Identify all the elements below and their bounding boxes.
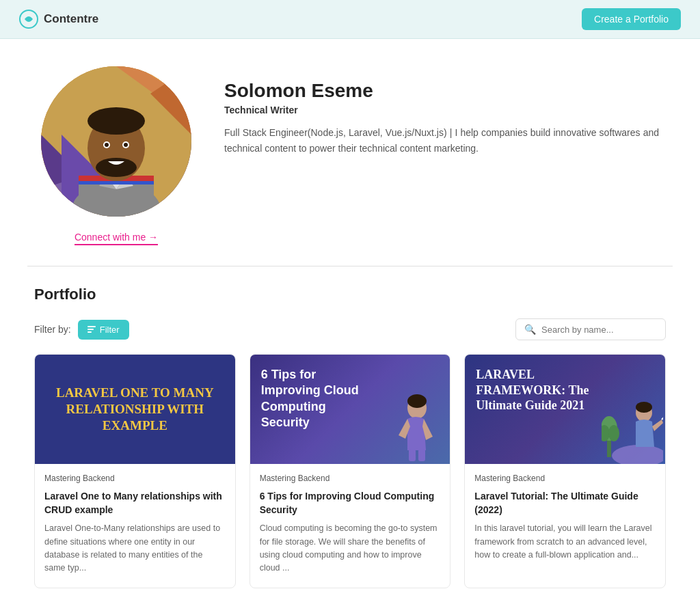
card-3-thumb-text: LARAVEL FRAMEWORK: The Ultimate Guide 20… bbox=[476, 367, 591, 413]
filter-row: Filter by: Filter 🔍 bbox=[34, 318, 666, 340]
svg-point-16 bbox=[88, 107, 145, 135]
card-3-figure bbox=[602, 396, 660, 457]
card-3-title: Laravel Tutorial: The Ultimate Guide (20… bbox=[474, 490, 656, 517]
filter-label: Filter by: bbox=[34, 324, 71, 335]
connect-link[interactable]: Connect with me → bbox=[75, 232, 158, 245]
card-2-figure-svg bbox=[388, 389, 443, 464]
card-2-thumb-text: 6 Tips for Improving Cloud Computing Sec… bbox=[261, 367, 368, 431]
card-1-thumb-text: LARAVEL ONE TO MANY RELATIONSHIP WITH EX… bbox=[43, 385, 227, 433]
card-2-thumbnail: 6 Tips for Improving Cloud Computing Sec… bbox=[250, 355, 450, 464]
card-3-thumbnail: LARAVEL FRAMEWORK: The Ultimate Guide 20… bbox=[465, 355, 665, 464]
svg-line-32 bbox=[662, 415, 663, 420]
svg-point-26 bbox=[612, 445, 663, 464]
card-2-title: 6 Tips for Improving Cloud Computing Sec… bbox=[260, 490, 441, 517]
brand-name: Contentre bbox=[44, 12, 98, 26]
svg-point-33 bbox=[636, 402, 652, 413]
svg-rect-24 bbox=[418, 449, 425, 461]
search-input[interactable] bbox=[541, 325, 657, 335]
card-1[interactable]: LARAVEL ONE TO MANY RELATIONSHIP WITH EX… bbox=[34, 354, 236, 588]
filter-btn-label: Filter bbox=[100, 325, 120, 335]
card-2-body: Mastering Backend 6 Tips for Improving C… bbox=[250, 464, 450, 588]
svg-point-25 bbox=[407, 394, 427, 408]
card-2-excerpt: Cloud computing is becoming the go-to sy… bbox=[260, 522, 441, 575]
brand-icon bbox=[19, 10, 38, 29]
card-3-excerpt: In this laravel tutorial, you will learn… bbox=[474, 522, 656, 562]
profile-section: Connect with me → Solomon Eseme Technica… bbox=[0, 39, 700, 266]
profile-title: Technical Writer bbox=[224, 105, 659, 115]
card-3-body: Mastering Backend Laravel Tutorial: The … bbox=[465, 464, 665, 574]
card-1-excerpt: Laravel One-to-Many relationships are us… bbox=[44, 522, 226, 575]
avatar bbox=[41, 66, 191, 217]
search-box: 🔍 bbox=[515, 318, 666, 340]
svg-point-30 bbox=[608, 425, 619, 441]
profile-bio: Full Stack Engineer(Node.js, Laravel, Vu… bbox=[224, 125, 659, 156]
filter-icon bbox=[88, 326, 96, 333]
svg-rect-14 bbox=[79, 181, 154, 184]
portfolio-section: Portfolio Filter by: Filter 🔍 LARAVEL ON… bbox=[0, 266, 700, 589]
profile-name: Solomon Eseme bbox=[224, 80, 659, 102]
card-1-body: Mastering Backend Laravel One to Many re… bbox=[35, 464, 235, 588]
card-1-category: Mastering Backend bbox=[44, 474, 226, 483]
brand: Contentre bbox=[19, 10, 98, 29]
svg-point-17 bbox=[96, 158, 137, 177]
avatar-svg bbox=[41, 66, 191, 217]
card-3[interactable]: LARAVEL FRAMEWORK: The Ultimate Guide 20… bbox=[464, 354, 666, 588]
search-icon: 🔍 bbox=[524, 324, 536, 335]
card-3-category: Mastering Backend bbox=[474, 474, 656, 483]
card-3-figure-svg bbox=[602, 396, 663, 464]
cards-grid: LARAVEL ONE TO MANY RELATIONSHIP WITH EX… bbox=[34, 354, 666, 588]
filter-button[interactable]: Filter bbox=[78, 320, 129, 340]
navbar: Contentre Create a Portfolio bbox=[0, 0, 700, 39]
filter-left: Filter by: Filter bbox=[34, 320, 129, 340]
portfolio-heading: Portfolio bbox=[34, 286, 666, 303]
profile-left: Connect with me → bbox=[41, 66, 191, 245]
svg-point-20 bbox=[105, 143, 109, 147]
avatar-placeholder bbox=[41, 66, 191, 217]
svg-point-21 bbox=[124, 143, 128, 147]
card-1-title: Laravel One to Many relationships with C… bbox=[44, 490, 226, 517]
card-1-thumbnail: LARAVEL ONE TO MANY RELATIONSHIP WITH EX… bbox=[35, 355, 235, 464]
card-2[interactable]: 6 Tips for Improving Cloud Computing Sec… bbox=[250, 354, 451, 588]
card-2-figure bbox=[388, 389, 443, 464]
profile-right: Solomon Eseme Technical Writer Full Stac… bbox=[224, 66, 659, 156]
card-2-category: Mastering Backend bbox=[260, 474, 441, 483]
svg-rect-23 bbox=[409, 449, 416, 461]
create-portfolio-button[interactable]: Create a Portfolio bbox=[582, 8, 681, 30]
